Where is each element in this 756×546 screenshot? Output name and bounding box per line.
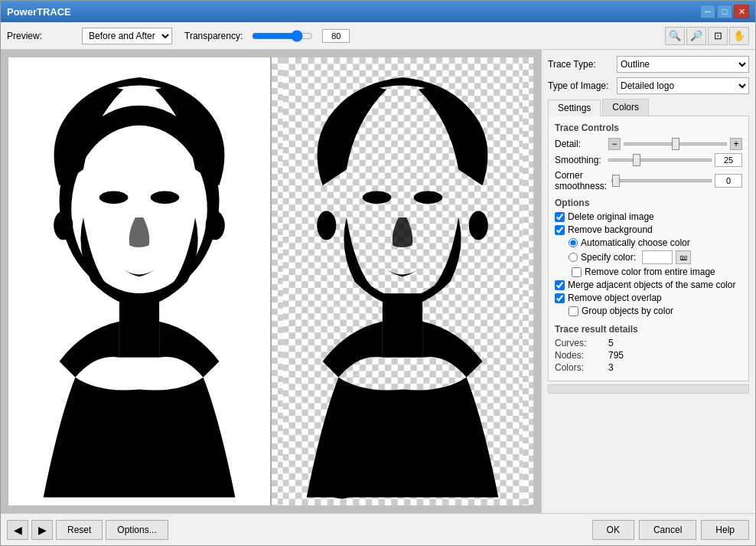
image-type-label: Type of Image: (548, 80, 617, 91)
merge-adjacent-row: Merge adjacent objects of the same color (555, 280, 742, 290)
svg-point-6 (54, 211, 73, 240)
cancel-button[interactable]: Cancel (639, 520, 696, 540)
colors-row: Colors: 3 (555, 362, 742, 373)
transparency-label: Transparency: (184, 31, 243, 41)
svg-point-17 (469, 211, 488, 240)
remove-overlap-row: Remove object overlap (555, 293, 742, 303)
delete-original-row: Delete original image (555, 211, 742, 222)
smoothing-row: Smoothing: 25 (555, 153, 742, 167)
svg-point-3 (99, 191, 129, 204)
nodes-value: 795 (608, 350, 624, 361)
maximize-button[interactable]: □ (717, 5, 732, 18)
smoothing-slider-container: 25 (608, 153, 742, 167)
back-button[interactable]: ◀ (7, 520, 28, 540)
remove-overlap-checkbox[interactable] (555, 293, 565, 303)
pan-button[interactable]: ✋ (729, 27, 749, 45)
auto-color-label: Automatically choose color (581, 237, 690, 248)
detail-minus-button[interactable]: − (608, 138, 621, 150)
right-panel: Trace Type: Outline Centerline Silhouett… (541, 50, 755, 513)
svg-point-13 (363, 191, 392, 204)
forward-button[interactable]: ▶ (31, 520, 53, 540)
main-window: PowerTRACE ─ □ ✕ Preview: Before and Aft… (0, 0, 756, 546)
detail-label: Detail: (555, 139, 608, 149)
result-section: Trace result details Curves: 5 Nodes: 79… (555, 324, 742, 373)
right-scrollbar[interactable] (548, 384, 749, 394)
smoothing-label: Smoothing: (555, 155, 608, 165)
curves-label: Curves: (555, 338, 608, 348)
trace-type-select[interactable]: Outline Centerline Silhouette (617, 56, 749, 73)
transparency-value: 80 (322, 29, 350, 43)
svg-point-4 (151, 191, 180, 204)
group-by-color-row: Group objects by color (569, 306, 742, 316)
group-by-color-label: Group objects by color (582, 306, 673, 316)
auto-color-row: Automatically choose color (569, 237, 742, 248)
preview-label: Preview: (7, 31, 76, 41)
corner-row: Corner smoothness: 0 (555, 170, 742, 191)
specify-color-radio[interactable] (569, 253, 578, 262)
toolbar: Preview: Before and After Before After W… (1, 22, 755, 50)
main-content: Trace Type: Outline Centerline Silhouett… (1, 50, 755, 513)
nodes-label: Nodes: (555, 350, 608, 361)
remove-bg-checkbox[interactable] (555, 225, 565, 235)
color-swatch (642, 250, 673, 264)
remove-bg-label: Remove background (568, 224, 653, 235)
delete-original-checkbox[interactable] (555, 212, 565, 222)
color-choice-group: Automatically choose color Specify color… (569, 237, 742, 277)
auto-color-radio[interactable] (569, 238, 578, 247)
specify-color-row: Specify color: 🖭 (569, 250, 742, 264)
svg-point-14 (414, 191, 443, 204)
window-title: PowerTRACE (7, 6, 71, 18)
zoom-out-button[interactable]: 🔎 (686, 27, 706, 45)
transparency-slider[interactable] (252, 30, 313, 42)
bottom-bar: ◀ ▶ Reset Options... OK Cancel Help (1, 513, 755, 545)
specify-color-label: Specify color: (581, 252, 636, 263)
fit-button[interactable]: ⊡ (708, 27, 728, 45)
remove-overlap-label: Remove object overlap (568, 293, 662, 303)
toolbar-icons: 🔍 🔎 ⊡ ✋ (665, 27, 749, 45)
close-button[interactable]: ✕ (734, 5, 749, 18)
merge-adjacent-label: Merge adjacent objects of the same color (568, 280, 735, 290)
remove-entire-checkbox[interactable] (572, 267, 582, 277)
bottom-right: OK Cancel Help (592, 520, 749, 540)
titlebar-controls: ─ □ ✕ (700, 5, 749, 18)
group-by-color-checkbox[interactable] (569, 306, 578, 316)
image-type-row: Type of Image: Detailed logo Clipart Low… (548, 77, 749, 94)
colors-value: 3 (608, 362, 614, 373)
ok-button[interactable]: OK (592, 520, 634, 540)
minimize-button[interactable]: ─ (700, 5, 715, 18)
bottom-left: ◀ ▶ Reset Options... (7, 520, 168, 540)
settings-panel: Trace Controls Detail: − + Smoothing: (548, 116, 749, 381)
tab-colors[interactable]: Colors (602, 99, 649, 116)
delete-original-label: Delete original image (568, 211, 654, 222)
preview-area (1, 50, 541, 513)
remove-bg-row: Remove background (555, 224, 742, 235)
colors-label: Colors: (555, 362, 608, 373)
detail-row: Detail: − + (555, 138, 742, 150)
nodes-row: Nodes: 795 (555, 350, 742, 361)
curves-row: Curves: 5 (555, 338, 742, 348)
before-image (8, 57, 270, 505)
remove-entire-row: Remove color from entire image (572, 266, 742, 277)
image-type-select[interactable]: Detailed logo Clipart Low quality image … (617, 77, 749, 94)
detail-plus-button[interactable]: + (730, 138, 742, 150)
preview-select[interactable]: Before and After Before After Wireframe (82, 28, 172, 44)
corner-slider-container: 0 (611, 174, 742, 188)
before-panel (8, 57, 270, 505)
corner-value: 0 (715, 174, 742, 188)
svg-point-16 (317, 211, 336, 240)
zoom-in-button[interactable]: 🔍 (665, 27, 685, 45)
merge-adjacent-checkbox[interactable] (555, 280, 565, 290)
after-image (272, 57, 533, 505)
smoothing-slider[interactable] (608, 159, 712, 162)
tab-settings[interactable]: Settings (548, 100, 601, 116)
detail-slider-container: − + (608, 138, 742, 150)
remove-entire-label: Remove color from entire image (585, 266, 715, 277)
titlebar: PowerTRACE ─ □ ✕ (1, 1, 755, 22)
corner-slider[interactable] (611, 179, 712, 182)
detail-slider[interactable] (624, 142, 727, 145)
help-button[interactable]: Help (701, 520, 749, 540)
options-button[interactable]: Options... (106, 520, 168, 540)
eyedropper-button[interactable]: 🖭 (676, 250, 691, 264)
result-title: Trace result details (555, 324, 742, 335)
reset-button[interactable]: Reset (56, 520, 103, 540)
